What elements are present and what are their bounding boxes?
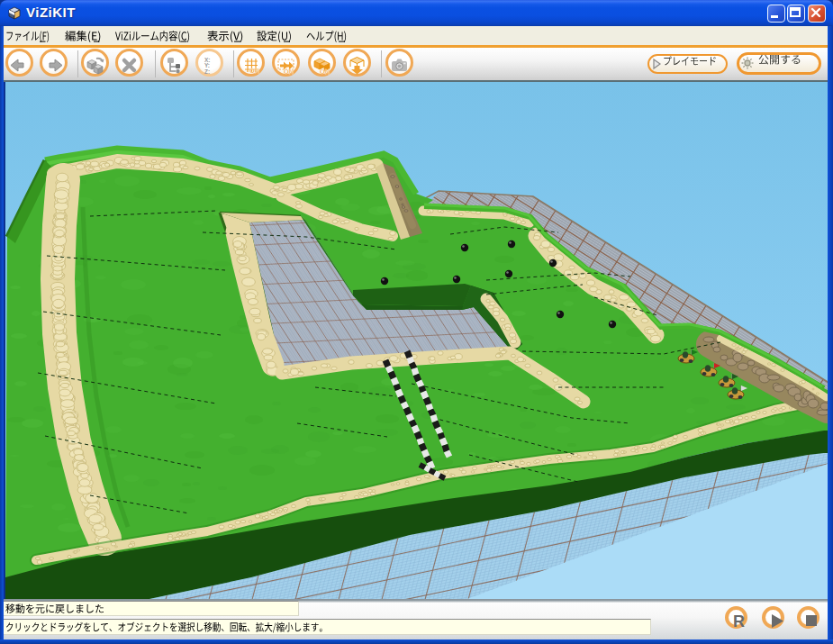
svg-text:ON: ON: [284, 68, 294, 76]
svg-text:Z:: Z:: [204, 68, 210, 75]
svg-text:ON: ON: [320, 68, 330, 76]
svg-text:R: R: [733, 612, 745, 630]
svg-text:ON: ON: [249, 67, 259, 75]
